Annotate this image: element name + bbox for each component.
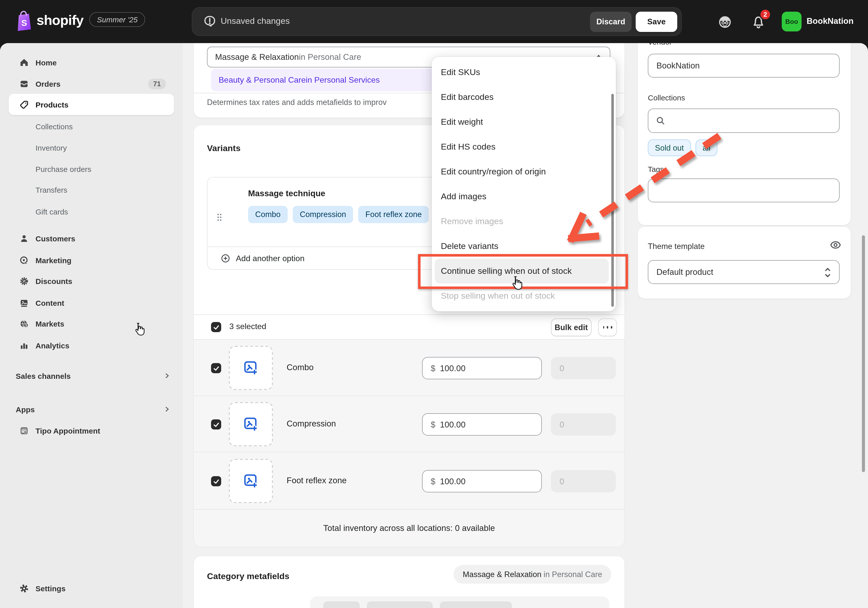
variant-name: Foot reflex zone [287,476,347,485]
more-actions-button[interactable] [598,319,617,336]
page-scrollbar-thumb[interactable] [862,235,865,472]
menu-item-edit-barcodes[interactable]: Edit barcodes [432,85,616,110]
add-image-tile[interactable] [229,459,273,503]
store-avatar[interactable]: Boo [782,12,801,31]
sidebar-item-content[interactable]: Content [9,292,174,313]
save-bar: Unsaved changes Discard Save [192,7,682,36]
price-input[interactable]: $100.00 [422,413,542,436]
price-input[interactable]: $100.00 [422,357,542,379]
menu-item-edit-hs-codes[interactable]: Edit HS codes [432,135,616,159]
variant-row-foot-reflex-zone: Foot reflex zone $100.00 0 [194,452,625,510]
sidebar-item-analytics[interactable]: Analytics [9,335,174,356]
variants-table-header: 3 selected Bulk edit [194,314,625,340]
customers-icon [19,234,29,243]
row-checkbox[interactable] [211,363,221,373]
brand-wordmark: shopify [37,13,84,28]
bulk-actions-menu: Edit SKUs Edit barcodes Edit weight Edit… [432,57,616,311]
collection-tags: Sold out all [648,139,718,156]
content-icon [19,298,29,308]
variant-row-combo: Combo $100.00 0 [194,339,625,396]
collection-tag-all[interactable]: all [696,139,718,156]
bulk-edit-button[interactable]: Bulk edit [551,319,592,336]
select-all-checkbox[interactable] [211,322,221,332]
variant-name: Combo [287,362,313,372]
sidebar-item-markets[interactable]: $ Markets [9,313,174,334]
row-checkbox[interactable] [211,476,221,486]
add-image-tile[interactable] [229,346,273,390]
theme-template-select[interactable]: Default product [648,260,840,284]
unsaved-changes-status: Unsaved changes [221,16,290,26]
sidebar-item-tipo-appointment[interactable]: Tipo Appointment [9,420,174,441]
row-checkbox[interactable] [211,419,221,430]
option-value-chip[interactable]: Compression [293,206,353,223]
vendor-input[interactable]: BookNation [648,54,840,77]
category-metafields-card: Category metafields Massage & Relaxation… [194,556,625,608]
chevron-right-icon [163,372,171,380]
menu-item-delete-variants[interactable]: Delete variants [432,234,616,258]
sidebar-item-purchase-orders[interactable]: Purchase orders [9,158,201,179]
search-icon [656,116,666,126]
alert-icon [203,15,217,30]
add-image-tile[interactable] [229,402,273,446]
sidebar-item-transfers[interactable]: Transfers [9,179,201,200]
eye-icon[interactable] [829,239,842,253]
sidebar-section-apps[interactable]: Apps [9,399,181,420]
sidebar-item-marketing[interactable]: Marketing [9,249,174,271]
sidekick-icon[interactable] [718,14,732,29]
sidebar-item-discounts[interactable]: Discounts [9,270,174,292]
chevron-right-icon [163,405,171,413]
option-value-chip[interactable]: Foot reflex zone [358,206,429,223]
collection-tag-sold-out[interactable]: Sold out [648,139,691,156]
orders-icon [19,79,29,88]
variants-title: Variants [207,144,240,154]
price-input[interactable]: $100.00 [422,470,542,492]
notification-count-badge: 2 [760,9,771,20]
shopify-admin-window: S shopify Summer '25 Unsaved changes Dis… [0,0,868,608]
discounts-icon [19,276,29,286]
store-name[interactable]: BookNation [807,16,854,26]
menu-item-edit-weight[interactable]: Edit weight [432,110,616,135]
gear-icon [19,583,29,593]
sidebar-item-home[interactable]: Home [9,52,174,73]
menu-scrollbar-thumb[interactable] [611,94,614,307]
sidebar-item-orders[interactable]: Orders 71 [9,73,174,94]
products-tag-icon [19,100,29,109]
drag-handle[interactable] [217,213,222,224]
collections-search-input[interactable] [648,108,840,133]
option-values: Combo Compression Foot reflex zone [248,206,429,223]
sidebar-nav: Home Orders 71 Products Collections Inve… [0,43,183,608]
inventory-total-footer: Total inventory across all locations: 0 … [194,509,625,547]
quantity-input-disabled: 0 [551,413,616,436]
menu-item-add-images[interactable]: Add images [432,184,616,209]
option-value-chip[interactable]: Combo [248,206,288,223]
sidebar-item-inventory[interactable]: Inventory [9,137,201,158]
menu-item-edit-skus[interactable]: Edit SKUs [432,60,616,85]
variant-name: Compression [287,419,336,429]
app-frame: Home Orders 71 Products Collections Inve… [0,43,868,608]
menu-item-continue-selling[interactable]: Continue selling when out of stock [432,258,616,283]
sidebar-item-products[interactable]: Products [9,94,174,115]
menu-item-remove-images-disabled: Remove images [432,209,616,234]
menu-item-edit-country[interactable]: Edit country/region of origin [432,159,616,184]
sidebar-item-collections[interactable]: Collections [9,116,201,137]
selected-count: 3 selected [229,322,267,331]
vendor-label: Vendor [648,43,672,46]
discard-button[interactable]: Discard [590,12,632,32]
svg-text:S: S [21,18,27,28]
tags-input[interactable] [648,178,840,202]
organization-card: Vendor BookNation Collections Sold out a… [638,43,851,225]
top-bar: S shopify Summer '25 Unsaved changes Dis… [0,0,868,43]
quantity-input-disabled: 0 [551,470,616,492]
sidebar-item-settings[interactable]: Settings [9,577,174,599]
marketing-target-icon [19,255,29,265]
save-button[interactable]: Save [636,12,677,32]
theme-template-label: Theme template [648,242,705,251]
sidebar-section-sales-channels[interactable]: Sales channels [9,365,181,387]
metafields-title: Category metafields [207,571,290,582]
metafields-category-pill[interactable]: Massage & Relaxation in Personal Care [454,565,611,584]
collections-label: Collections [648,93,685,102]
menu-item-stop-selling-disabled: Stop selling when out of stock [432,283,616,308]
sidebar-item-customers[interactable]: Customers [9,228,174,249]
sidebar-item-gift-cards[interactable]: Gift cards [9,201,201,222]
markets-globe-icon: $ [19,319,29,328]
